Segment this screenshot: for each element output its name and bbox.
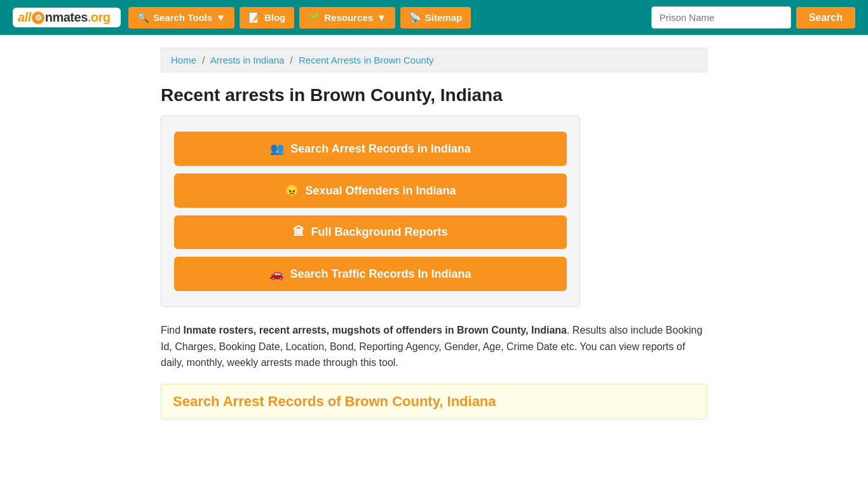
- description-bold: Inmate rosters, recent arrests, mugshots…: [184, 325, 567, 336]
- main-nav: 🔍 Search Tools ▼ 📝 Blog 🌱 Resources ▼ 📡 …: [128, 7, 644, 29]
- breadcrumb-separator-1: /: [202, 55, 205, 65]
- action-buttons-card: 👥 Search Arrest Records in Indiana 😠 Sex…: [161, 116, 580, 307]
- sitemap-label: Sitemap: [425, 12, 462, 23]
- description-prefix: Find: [161, 325, 184, 336]
- sitemap-button[interactable]: 📡 Sitemap: [400, 7, 471, 29]
- blog-button[interactable]: 📝 Blog: [240, 7, 294, 29]
- site-logo[interactable]: all⚙nmates.org: [13, 8, 121, 27]
- traffic-records-label: Search Traffic Records In Indiana: [290, 268, 471, 281]
- breadcrumb: Home / Arrests in Indiana / Recent Arres…: [161, 48, 707, 72]
- search-tools-label: Search Tools: [153, 12, 212, 23]
- main-content: Home / Arrests in Indiana / Recent Arres…: [148, 48, 720, 419]
- breadcrumb-home[interactable]: Home: [171, 55, 196, 65]
- logo-icon: ⚙: [32, 11, 44, 24]
- breadcrumb-arrests-indiana[interactable]: Arrests in Indiana: [210, 55, 285, 65]
- traffic-records-button[interactable]: 🚗 Search Traffic Records In Indiana: [174, 257, 567, 291]
- page-title: Recent arrests in Brown County, Indiana: [161, 85, 707, 105]
- arrest-records-icon: 👥: [270, 142, 284, 156]
- sitemap-icon: 📡: [409, 12, 421, 24]
- section-title: Search Arrest Records of Brown County, I…: [173, 393, 695, 410]
- blog-icon: 📝: [248, 12, 261, 24]
- logo-org: .org: [88, 10, 111, 25]
- page-description: Find Inmate rosters, recent arrests, mug…: [161, 322, 707, 371]
- background-reports-button[interactable]: 🏛 Full Background Reports: [174, 215, 567, 249]
- blog-label: Blog: [264, 12, 285, 23]
- resources-arrow-icon: ▼: [377, 12, 386, 23]
- background-reports-icon: 🏛: [293, 226, 304, 239]
- arrest-records-label: Search Arrest Records in Indiana: [290, 142, 470, 156]
- logo-inmates: nmates: [45, 10, 88, 25]
- resources-label: Resources: [324, 12, 373, 23]
- prison-search-input[interactable]: [651, 6, 791, 29]
- search-tools-icon: 🔍: [137, 12, 149, 24]
- sexual-offenders-icon: 😠: [285, 184, 299, 198]
- arrest-records-button[interactable]: 👥 Search Arrest Records in Indiana: [174, 132, 567, 166]
- traffic-records-icon: 🚗: [269, 267, 283, 281]
- resources-button[interactable]: 🌱 Resources ▼: [299, 7, 395, 29]
- sexual-offenders-button[interactable]: 😠 Sexual Offenders in Indiana: [174, 173, 567, 208]
- site-header: all⚙nmates.org 🔍 Search Tools ▼ 📝 Blog 🌱…: [0, 0, 868, 35]
- logo-all: all: [18, 10, 31, 25]
- resources-icon: 🌱: [308, 12, 320, 24]
- sexual-offenders-label: Sexual Offenders in Indiana: [305, 184, 456, 198]
- dropdown-arrow-icon: ▼: [216, 12, 226, 23]
- breadcrumb-separator-2: /: [290, 55, 293, 65]
- search-tools-button[interactable]: 🔍 Search Tools ▼: [128, 7, 234, 29]
- breadcrumb-current: Recent Arrests in Brown County: [299, 55, 434, 65]
- header-search: Search: [651, 6, 855, 29]
- prison-search-button[interactable]: Search: [796, 7, 855, 29]
- section-header: Search Arrest Records of Brown County, I…: [161, 384, 707, 419]
- search-button-label: Search: [809, 12, 843, 23]
- background-reports-label: Full Background Reports: [311, 226, 447, 239]
